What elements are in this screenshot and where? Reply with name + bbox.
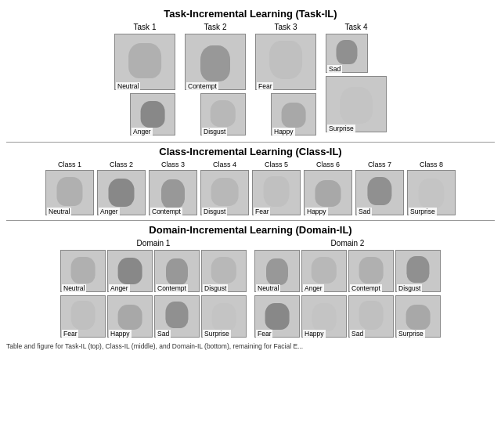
domain-2-grid: Neutral Anger Contempt [254, 250, 441, 339]
task-1-block: Task 1 Neutral Anger [114, 23, 175, 137]
class-8-face: Surprise [407, 170, 456, 217]
emotion-label: Disgust [202, 128, 227, 135]
domain-il-title: Domain-Incremental Learning (Domain-IL) [6, 224, 495, 236]
class-il-row: Class 1 Neutral Class 2 Anger Class 3 Co… [6, 161, 495, 217]
task-il-title: Task-Incremental Learning (Task-IL) [6, 8, 495, 20]
emotion-label: Sad [350, 330, 365, 338]
task-2-disgust-wrapper: Disgust [185, 93, 246, 137]
emotion-label: Happy [109, 330, 132, 338]
domain-2-row-2: Fear Happy Sad [254, 295, 441, 339]
class-7-block: Class 7 Sad [355, 161, 404, 217]
class-8-label: Class 8 [420, 161, 443, 168]
task-3-faces: Fear Happy [255, 34, 316, 137]
emotion-label: Surprise [203, 330, 231, 338]
task-1-label: Task 1 [114, 23, 175, 31]
class-4-face: Disgust [200, 170, 249, 217]
domain-2-block: Domain 2 Neutral Anger [254, 239, 441, 339]
task-3-happy-wrapper: Happy [255, 93, 316, 137]
emotion-label: Neutral [47, 208, 71, 215]
emotion-label: Surprise [327, 125, 355, 132]
class-il-title: Class-Incremental Learning (Class-IL) [6, 146, 495, 157]
emotion-label: Fear [254, 208, 270, 215]
task-3-label: Task 3 [255, 23, 316, 31]
task-3-block: Task 3 Fear Happy [255, 23, 316, 137]
figure-caption: Table and figure for Task-IL (top), Clas… [6, 342, 495, 350]
emotion-label: Happy [272, 128, 295, 135]
domain-2-label: Domain 2 [331, 239, 365, 247]
task-2-faces: Contempt Disgust [185, 34, 246, 137]
class-4-block: Class 4 Disgust [200, 161, 249, 217]
d1-sad: Sad [154, 295, 200, 339]
domain-1-label: Domain 1 [137, 239, 171, 247]
d2-anger: Anger [301, 250, 347, 294]
domain-il-row: Domain 1 Neutral Anger [6, 239, 495, 339]
emotion-label: Contempt [150, 208, 182, 215]
d2-sad: Sad [348, 295, 394, 339]
class-il-section: Class-Incremental Learning (Class-IL) Cl… [6, 146, 495, 217]
emotion-label: Disgust [202, 208, 227, 215]
class-7-label: Class 7 [368, 161, 391, 168]
task-il-row: Task 1 Neutral Anger Task 2 [6, 23, 495, 137]
emotion-label: Happy [305, 208, 328, 215]
task-4-top-row: Sad [326, 34, 387, 74]
emotion-label: Fear [257, 82, 273, 90]
d1-anger: Anger [107, 250, 153, 294]
class-3-label: Class 3 [161, 161, 185, 168]
class-2-label: Class 2 [110, 161, 133, 168]
class-6-block: Class 6 Happy [304, 161, 352, 217]
d1-disgust: Disgust [201, 250, 247, 294]
task-2-label: Task 2 [185, 23, 246, 31]
emotion-label: Surprise [409, 208, 437, 215]
class-5-block: Class 5 Fear [252, 161, 301, 217]
d1-neutral: Neutral [60, 250, 106, 294]
emotion-label: Disgust [203, 284, 228, 292]
class-5-label: Class 5 [265, 161, 288, 168]
d2-happy: Happy [301, 295, 347, 339]
class-7-face: Sad [355, 170, 404, 217]
task-il-section: Task-Incremental Learning (Task-IL) Task… [6, 8, 495, 137]
emotion-label: Fear [256, 330, 272, 338]
task-3-face-fear: Fear [255, 34, 316, 92]
emotion-label: Fear [62, 330, 78, 338]
d2-surprise: Surprise [395, 295, 441, 339]
task-1-face-anger: Anger [130, 93, 175, 137]
domain-1-grid: Neutral Anger Contempt [60, 250, 247, 339]
task-2-face-contempt: Contempt [185, 34, 246, 92]
emotion-label: Neutral [256, 284, 280, 292]
emotion-label: Sad [357, 208, 372, 215]
task-2-block: Task 2 Contempt Disgust [185, 23, 246, 137]
emotion-label: Surprise [397, 330, 425, 338]
divider-1 [6, 142, 495, 143]
d1-surprise: Surprise [201, 295, 247, 339]
task-4-faces: Sad Surprise [326, 34, 387, 134]
class-4-label: Class 4 [213, 161, 236, 168]
class-1-face: Neutral [45, 170, 94, 217]
task-1-faces: Neutral Anger [114, 34, 175, 137]
task-4-face-surprise: Surprise [326, 76, 387, 134]
class-8-block: Class 8 Surprise [407, 161, 456, 217]
class-3-face: Contempt [149, 170, 197, 217]
emotion-label: Contempt [350, 284, 382, 292]
class-6-face: Happy [304, 170, 352, 217]
d1-contempt: Contempt [154, 250, 200, 294]
emotion-label: Sad [156, 330, 171, 338]
task-4-block: Task 4 Sad Surprise [326, 23, 387, 137]
class-1-block: Class 1 Neutral [45, 161, 94, 217]
d2-disgust: Disgust [395, 250, 441, 294]
emotion-label: Contempt [186, 82, 218, 90]
domain-1-row-2: Fear Happy Sad [60, 295, 247, 339]
domain-1-block: Domain 1 Neutral Anger [60, 239, 247, 339]
class-3-block: Class 3 Contempt [149, 161, 197, 217]
task-1-face-neutral: Neutral [114, 34, 175, 92]
emotion-label: Contempt [156, 284, 188, 292]
class-1-label: Class 1 [58, 161, 81, 168]
class-2-block: Class 2 Anger [97, 161, 146, 217]
emotion-label: Neutral [62, 284, 86, 292]
emotion-label: Disgust [397, 284, 422, 292]
d2-contempt: Contempt [348, 250, 394, 294]
divider-2 [6, 220, 495, 221]
emotion-label: Neutral [116, 82, 140, 90]
emotion-label: Anger [303, 284, 324, 292]
domain-il-section: Domain-Incremental Learning (Domain-IL) … [6, 224, 495, 339]
emotion-label: Anger [109, 284, 130, 292]
